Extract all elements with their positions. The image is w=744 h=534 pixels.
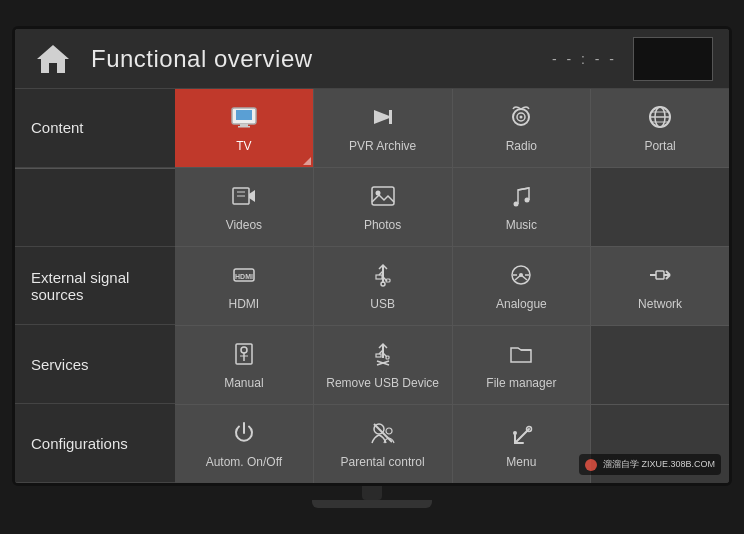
svg-point-55: [513, 431, 517, 435]
cell-remove-usb-label: Remove USB Device: [326, 376, 439, 390]
home-icon[interactable]: [31, 37, 75, 81]
cell-tv-label: TV: [236, 139, 251, 153]
cell-photos-label: Photos: [364, 218, 401, 232]
header: Functional overview - - : - -: [15, 29, 729, 89]
cell-videos[interactable]: Videos: [175, 168, 314, 246]
cell-empty-2: [591, 326, 729, 404]
network-icon: [646, 261, 674, 293]
cell-hdmi-label: HDMI: [229, 297, 260, 311]
row-content-2: Videos Photos: [175, 168, 729, 247]
tv-stand-neck: [362, 486, 382, 500]
svg-rect-3: [240, 124, 248, 126]
sidebar-item-configurations: Configurations: [15, 404, 175, 483]
parental-icon: [369, 419, 397, 451]
tv-stand-base: [312, 500, 432, 508]
svg-rect-43: [386, 356, 389, 359]
svg-point-36: [241, 347, 247, 353]
page-title: Functional overview: [91, 45, 552, 73]
main-content: Content External signal sources Services…: [15, 89, 729, 483]
svg-rect-34: [656, 271, 664, 279]
svg-point-33: [519, 273, 523, 277]
cell-remove-usb[interactable]: Remove USB Device: [314, 326, 453, 404]
cell-radio[interactable]: Radio: [453, 89, 592, 167]
cell-videos-label: Videos: [226, 218, 262, 232]
portal-icon: [646, 103, 674, 135]
row-content-1: TV PVR Archive: [175, 89, 729, 168]
sidebar-item-external: External signal sources: [15, 247, 175, 326]
header-thumbnail: [633, 37, 713, 81]
svg-line-21: [518, 188, 529, 190]
svg-rect-29: [376, 275, 382, 279]
hdmi-icon: HDMI: [230, 261, 258, 293]
cell-manual[interactable]: Manual: [175, 326, 314, 404]
music-icon: [507, 182, 535, 214]
sidebar-item-content2: [15, 168, 175, 247]
svg-rect-2: [236, 110, 252, 120]
manual-icon: [230, 340, 258, 372]
tv-icon: [230, 103, 258, 135]
cell-empty-1: [591, 168, 729, 246]
watermark: 溜溜自学 ZIXUE.308B.COM: [579, 454, 721, 475]
cell-usb[interactable]: USB: [314, 247, 453, 325]
svg-text:HDMI: HDMI: [235, 273, 253, 280]
watermark-icon: [585, 459, 597, 471]
cell-network-label: Network: [638, 297, 682, 311]
autom-onoff-icon: [230, 419, 258, 451]
cell-network[interactable]: Network: [591, 247, 729, 325]
pvr-icon: [369, 103, 397, 135]
cell-tv[interactable]: TV: [175, 89, 314, 167]
svg-rect-19: [372, 187, 394, 205]
cell-file-manager[interactable]: File manager: [453, 326, 592, 404]
videos-icon: [230, 182, 258, 214]
svg-point-22: [514, 201, 519, 206]
cell-music[interactable]: Music: [453, 168, 592, 246]
sidebar-item-services: Services: [15, 325, 175, 404]
menu-icon: [507, 419, 535, 451]
sidebar: Content External signal sources Services…: [15, 89, 175, 483]
cell-portal-label: Portal: [644, 139, 675, 153]
cell-analogue[interactable]: Analogue: [453, 247, 592, 325]
row-external: HDMI HDMI: [175, 247, 729, 326]
cell-photos[interactable]: Photos: [314, 168, 453, 246]
remove-usb-icon: [369, 340, 397, 372]
cell-parental-label: Parental control: [341, 455, 425, 469]
grid-area: TV PVR Archive: [175, 89, 729, 483]
active-marker: [303, 157, 311, 165]
svg-marker-16: [249, 190, 255, 202]
cell-music-label: Music: [506, 218, 537, 232]
svg-rect-6: [389, 110, 392, 124]
svg-rect-4: [238, 126, 250, 128]
svg-point-50: [386, 428, 392, 434]
analogue-icon: [507, 261, 535, 293]
file-manager-icon: [507, 340, 535, 372]
photos-icon: [369, 182, 397, 214]
cell-parental[interactable]: Parental control: [314, 405, 453, 483]
tv-frame: Functional overview - - : - - MANUAL Con…: [12, 26, 732, 486]
cell-hdmi[interactable]: HDMI HDMI: [175, 247, 314, 325]
usb-icon: [369, 261, 397, 293]
cell-portal[interactable]: Portal: [591, 89, 729, 167]
cell-pvr-label: PVR Archive: [349, 139, 416, 153]
svg-point-31: [381, 282, 385, 286]
cell-menu-label: Menu: [506, 455, 536, 469]
sidebar-item-content: Content: [15, 89, 175, 168]
cell-manual-label: Manual: [224, 376, 263, 390]
cell-usb-label: USB: [370, 297, 395, 311]
cell-menu[interactable]: Menu: [453, 405, 592, 483]
screen: Functional overview - - : - - MANUAL Con…: [15, 29, 729, 483]
header-dots: - - : - -: [552, 51, 617, 67]
cell-analogue-label: Analogue: [496, 297, 547, 311]
cell-pvr[interactable]: PVR Archive: [314, 89, 453, 167]
cell-file-manager-label: File manager: [486, 376, 556, 390]
svg-rect-42: [376, 354, 381, 357]
svg-marker-0: [37, 45, 69, 73]
cell-autom-onoff[interactable]: Autom. On/Off: [175, 405, 314, 483]
radio-icon: [507, 103, 535, 135]
svg-point-23: [525, 197, 530, 202]
tv-stand-assembly: [312, 486, 432, 508]
cell-radio-label: Radio: [506, 139, 537, 153]
cell-autom-onoff-label: Autom. On/Off: [206, 455, 282, 469]
svg-point-9: [520, 115, 523, 118]
row-services: Manual: [175, 326, 729, 405]
